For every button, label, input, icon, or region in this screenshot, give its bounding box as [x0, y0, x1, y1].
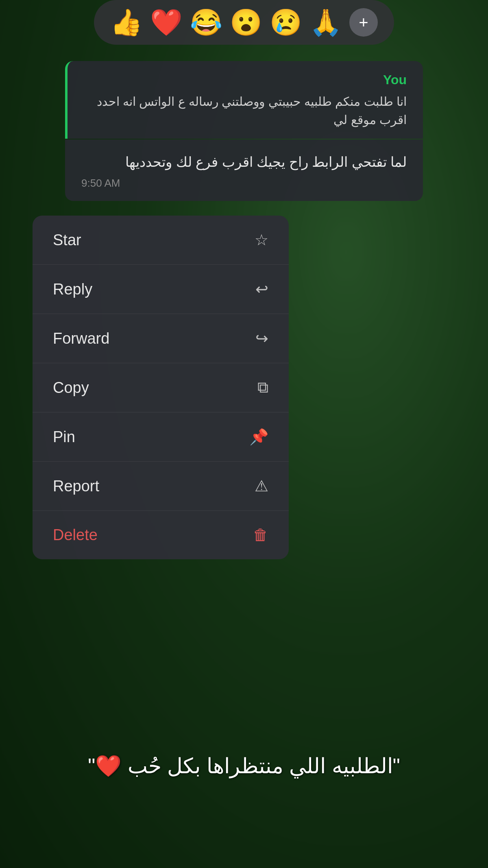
emoji-more-button[interactable]: + [349, 8, 378, 37]
emoji-cry[interactable]: 😢 [270, 9, 302, 35]
main-message-text: لما تفتحي الرابط راح يجيك اقرب فرع لك وت… [81, 151, 407, 173]
menu-label-report: Report [53, 478, 99, 495]
menu-item-pin[interactable]: Pin 📌 [33, 412, 289, 462]
context-menu: Star ☆ Reply ↩ Forward ↪ Copy ⧉ Pin 📌 Re… [33, 216, 289, 559]
pin-icon: 📌 [249, 428, 268, 446]
quoted-sender: You [88, 72, 407, 87]
delete-icon: 🗑 [253, 526, 268, 544]
quoted-text: انا طلبت منكم طلبيه حبيبتي ووصلتني رساله… [88, 92, 407, 129]
bottom-caption-text: "الطلبيه اللي منتظراها بكل حُب ❤️" [0, 754, 488, 779]
quoted-message: You انا طلبت منكم طلبيه حبيبتي ووصلتني ر… [65, 61, 423, 139]
main-message-bubble: لما تفتحي الرابط راح يجيك اقرب فرع لك وت… [65, 140, 423, 201]
emoji-surprised[interactable]: 😮 [230, 9, 262, 35]
menu-item-delete[interactable]: Delete 🗑 [33, 511, 289, 559]
menu-item-report[interactable]: Report ⚠ [33, 462, 289, 511]
emoji-thumbsup[interactable]: 👍 [110, 9, 143, 35]
emoji-heart[interactable]: ❤️ [150, 9, 183, 35]
emoji-reaction-bar: 👍 ❤️ 😂 😮 😢 🙏 + [94, 0, 394, 45]
message-timestamp: 9:50 AM [81, 177, 407, 190]
menu-label-reply: Reply [53, 281, 92, 298]
star-icon: ☆ [255, 231, 268, 249]
copy-icon: ⧉ [257, 379, 268, 397]
reply-icon: ↩ [255, 280, 268, 298]
emoji-pray[interactable]: 🙏 [309, 9, 342, 35]
menu-item-star[interactable]: Star ☆ [33, 216, 289, 265]
forward-icon: ↪ [255, 329, 268, 347]
report-icon: ⚠ [255, 477, 268, 495]
chat-area: You انا طلبت منكم طلبيه حبيبتي ووصلتني ر… [24, 61, 464, 201]
menu-label-forward: Forward [53, 330, 109, 347]
emoji-laugh[interactable]: 😂 [190, 9, 222, 35]
menu-item-copy[interactable]: Copy ⧉ [33, 363, 289, 412]
menu-label-delete: Delete [53, 526, 98, 544]
menu-item-forward[interactable]: Forward ↪ [33, 314, 289, 363]
menu-label-copy: Copy [53, 379, 89, 397]
menu-item-reply[interactable]: Reply ↩ [33, 265, 289, 314]
menu-label-star: Star [53, 231, 81, 249]
menu-label-pin: Pin [53, 428, 75, 446]
